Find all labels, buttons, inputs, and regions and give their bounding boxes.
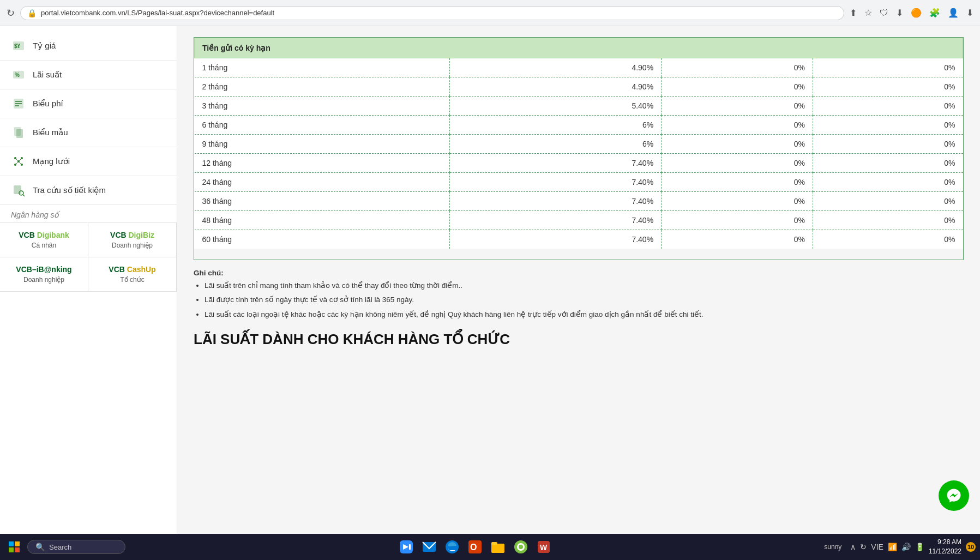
- share-icon[interactable]: ⬆: [850, 8, 857, 18]
- table-row: 3 tháng 5.40% 0% 0%: [195, 97, 963, 116]
- tra-cuu-icon: [11, 183, 26, 198]
- term-cell: 3 tháng: [195, 97, 450, 116]
- sidebar-label-tra-cuu: Tra cứu số tiết kiệm: [33, 185, 106, 195]
- digibank-card[interactable]: VCB Digibank Cá nhân: [0, 223, 88, 257]
- col3-cell: 0%: [813, 211, 963, 230]
- sidebar-item-ty-gia[interactable]: $¥ Tỷ giá: [0, 32, 177, 61]
- bieu-phi-icon: [11, 96, 26, 111]
- col3-cell: 0%: [813, 192, 963, 211]
- tray-expand-icon[interactable]: ∧: [850, 543, 856, 551]
- svg-text:$¥: $¥: [14, 43, 21, 49]
- col3-cell: 0%: [813, 154, 963, 173]
- more-download-icon[interactable]: ⬇: [966, 8, 973, 18]
- mang-luoi-icon: [11, 154, 26, 169]
- main-layout: $¥ Tỷ giá % Lãi suất: [0, 26, 980, 534]
- col1-cell: 7.40%: [450, 230, 662, 249]
- address-bar[interactable]: 🔒 portal.vietcombank.com.vn/LS/Pages/lai…: [20, 6, 844, 20]
- col2-cell: 0%: [662, 230, 813, 249]
- col1-cell: 4.90%: [450, 58, 662, 77]
- term-cell: 12 tháng: [195, 154, 450, 173]
- svg-line-18: [19, 161, 22, 165]
- extension-icon[interactable]: 🟠: [911, 8, 922, 18]
- col2-cell: 0%: [662, 154, 813, 173]
- svg-text:W: W: [540, 543, 548, 552]
- tray-refresh-icon[interactable]: ↻: [860, 543, 867, 551]
- sidebar-item-tra-cuu[interactable]: Tra cứu số tiết kiệm: [0, 176, 177, 205]
- taskbar-app-office[interactable]: O: [465, 537, 485, 557]
- table-row: 6 tháng 6% 0% 0%: [195, 116, 963, 135]
- taskbar-apps: O W: [129, 537, 821, 557]
- col2-cell: 0%: [662, 116, 813, 135]
- table-row: 36 tháng 7.40% 0% 0%: [195, 192, 963, 211]
- table-row: 9 tháng 6% 0% 0%: [195, 135, 963, 154]
- taskbar-search-text: Search: [49, 543, 71, 551]
- ty-gia-icon: $¥: [11, 38, 26, 53]
- taskbar-app-green[interactable]: [510, 537, 531, 557]
- ibanking-subtitle: Doanh nghiệp: [9, 276, 79, 284]
- col1-cell: 7.40%: [450, 154, 662, 173]
- svg-rect-23: [15, 541, 20, 546]
- col3-cell: 0%: [813, 230, 963, 249]
- col3-cell: 0%: [813, 116, 963, 135]
- col2-cell: 0%: [662, 58, 813, 77]
- notes-list: Lãi suất trên chỉ mang tính tham khảo và…: [194, 280, 964, 320]
- col2-cell: 0%: [662, 77, 813, 97]
- col3-cell: 0%: [813, 77, 963, 97]
- cashup-card[interactable]: VCB CashUp Tổ chức: [88, 257, 177, 292]
- sidebar-item-bieu-phi[interactable]: Biểu phí: [0, 89, 177, 118]
- lock-icon: 🔒: [27, 9, 37, 17]
- note-item: Lãi suất trên chỉ mang tính tham khảo và…: [205, 280, 964, 291]
- wifi-icon[interactable]: 📶: [888, 543, 897, 551]
- col1-cell: 7.40%: [450, 211, 662, 230]
- svg-text:O: O: [470, 543, 477, 552]
- ibanking-title: VCB–iB@nking: [9, 265, 79, 274]
- table-row: 24 tháng 7.40% 0% 0%: [195, 173, 963, 192]
- digibiz-title: VCB DigiBiz: [97, 231, 167, 239]
- browser-chrome: ↻ 🔒 portal.vietcombank.com.vn/LS/Pages/l…: [0, 0, 980, 26]
- taskbar-app-files[interactable]: [488, 537, 508, 557]
- sidebar-label-bieu-mau: Biểu mẫu: [33, 128, 68, 137]
- profile-icon[interactable]: 👤: [948, 8, 959, 18]
- sidebar-label-mang-luoi: Mạng lưới: [33, 156, 70, 166]
- term-cell: 2 tháng: [195, 77, 450, 97]
- table-row: 2 tháng 4.90% 0% 0%: [195, 77, 963, 97]
- ibanking-card[interactable]: VCB–iB@nking Doanh nghiệp: [0, 257, 88, 292]
- reload-button[interactable]: ↻: [7, 7, 15, 19]
- svg-point-37: [519, 545, 523, 549]
- notes-section: Ghi chú: Lãi suất trên chỉ mang tính tha…: [194, 269, 964, 320]
- shield-icon[interactable]: 🛡: [880, 8, 888, 18]
- digibiz-card[interactable]: VCB DigiBiz Doanh nghiệp: [88, 223, 177, 257]
- sidebar-item-mang-luoi[interactable]: Mạng lưới: [0, 147, 177, 176]
- language-indicator[interactable]: VIE: [871, 543, 883, 551]
- col2-cell: 0%: [662, 135, 813, 154]
- notification-badge[interactable]: 10: [966, 542, 976, 552]
- svg-line-21: [23, 195, 25, 196]
- taskbar-app-mail[interactable]: [419, 537, 440, 557]
- bookmark-icon[interactable]: ☆: [864, 8, 872, 18]
- taskbar-app-zoom[interactable]: [396, 537, 417, 557]
- messenger-fab[interactable]: [939, 480, 969, 511]
- puzzle-icon[interactable]: 🧩: [929, 8, 940, 18]
- svg-rect-9: [16, 129, 23, 138]
- digibiz-subtitle: Doanh nghiệp: [97, 242, 167, 249]
- digital-banking-section: VCB Digibank Cá nhân VCB DigiBiz Doanh n…: [0, 222, 177, 292]
- col2-cell: 0%: [662, 211, 813, 230]
- term-cell: 48 tháng: [195, 211, 450, 230]
- volume-icon[interactable]: 🔊: [901, 543, 911, 551]
- col3-cell: 0%: [813, 135, 963, 154]
- svg-line-17: [15, 161, 19, 165]
- battery-icon[interactable]: 🔋: [915, 543, 924, 551]
- sidebar-item-lai-suat[interactable]: % Lãi suất: [0, 61, 177, 89]
- taskbar-app-red[interactable]: W: [533, 537, 554, 557]
- cashup-title: VCB CashUp: [97, 265, 167, 274]
- table-row: 48 tháng 7.40% 0% 0%: [195, 211, 963, 230]
- sidebar-item-bieu-mau[interactable]: Biểu mẫu: [0, 118, 177, 147]
- start-button[interactable]: [4, 537, 24, 557]
- taskbar: 🔍 Search O: [0, 534, 980, 560]
- svg-text:%: %: [15, 72, 20, 78]
- taskbar-search-box[interactable]: 🔍 Search: [27, 540, 125, 554]
- taskbar-app-edge[interactable]: [442, 537, 462, 557]
- download-icon[interactable]: ⬇: [896, 8, 903, 18]
- sidebar-label-bieu-phi: Biểu phí: [33, 99, 63, 109]
- taskbar-username: sunny: [824, 543, 841, 551]
